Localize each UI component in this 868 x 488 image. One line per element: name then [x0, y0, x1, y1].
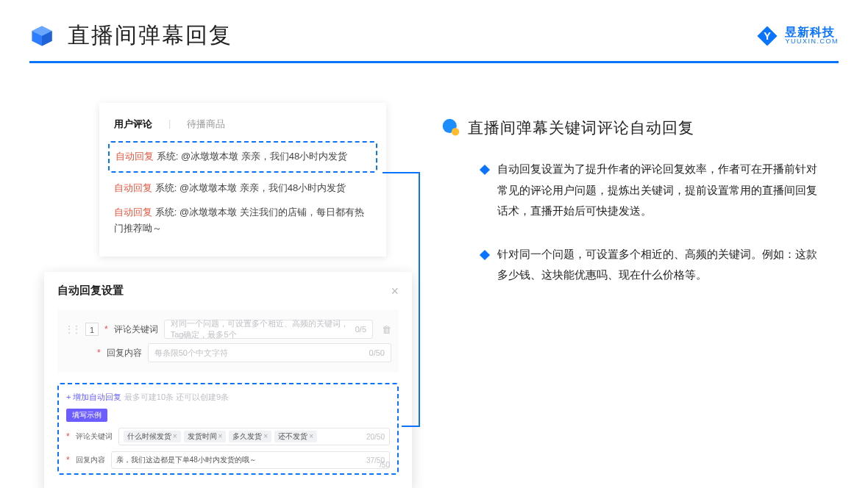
example-content-input[interactable]: 亲，我们这边都是下单48小时内发货的哦～ 37/50 — [111, 451, 390, 469]
svg-point-6 — [452, 128, 459, 135]
example-keyword-row: * 评论关键词 什么时候发货× 发货时间× 多久发货× 还不发货× 20/50 — [66, 428, 390, 445]
tag-chip: 发货时间× — [184, 431, 227, 442]
slide-header: 直播间弹幕回复 Y 昱新科技 YUUXIN.COM — [0, 0, 868, 58]
required-star-icon: * — [97, 348, 101, 358]
content-input[interactable]: 每条限50个中文字符 0/50 — [148, 343, 391, 362]
example-keyword-count: 20/50 — [366, 433, 385, 441]
trash-icon[interactable]: 🗑 — [382, 324, 391, 335]
header-left: 直播间弹幕回复 — [29, 21, 232, 51]
bullet-text: 针对同一个问题，可设置多个相近的、高频的关键词。例如：这款多少钱、这块能优惠吗、… — [497, 244, 828, 286]
keyword-row: ⋮⋮ 1 * 评论关键词 对同一个问题，可设置多个相近、高频的关键词，Tag确定… — [65, 320, 391, 339]
tab-user-comments[interactable]: 用户评论 — [114, 118, 152, 131]
comments-card: 用户评论 | 待播商品 自动回复 系统: @冰墩墩本墩 亲亲，我们48小时内发货… — [99, 103, 386, 256]
sys-label: 系统: — [157, 151, 179, 162]
rule-index: 1 — [85, 323, 99, 336]
right-column: 直播间弹幕关键词评论自动回复 自动回复设置为了提升作者的评论回复效率，作者可在开… — [441, 118, 828, 308]
chat-bubble-icon — [441, 118, 460, 137]
tag-chip: 还不发货× — [274, 431, 317, 442]
auto-reply-label: 自动回复 — [114, 182, 152, 193]
brand-name: 昱新科技 — [785, 26, 839, 39]
example-dashed-area: + 增加自动回复 最多可建10条 还可以创建9条 填写示例 * 评论关键词 什么… — [57, 383, 399, 475]
settings-body: ⋮⋮ 1 * 评论关键词 对同一个问题，可设置多个相近、高频的关键词，Tag确定… — [57, 309, 399, 373]
example-content-row: * 回复内容 亲，我们这边都是下单48小时内发货的哦～ 37/50 — [66, 451, 390, 469]
content-row: * 回复内容 每条限50个中文字符 0/50 — [65, 343, 391, 362]
tag-chip: 什么时候发货× — [124, 431, 181, 442]
keyword-placeholder: 对同一个问题，可设置多个相近、高频的关键词，Tag确定，最多5个 — [171, 318, 355, 340]
content-placeholder: 每条限50个中文字符 — [154, 348, 228, 359]
sys-label: 系统: — [155, 207, 177, 218]
tab-separator: | — [168, 118, 171, 131]
example-content-label: 回复内容 — [76, 455, 105, 465]
section-heading-row: 直播间弹幕关键词评论自动回复 — [441, 118, 828, 138]
bullet-text: 自动回复设置为了提升作者的评论回复效率，作者可在开播前针对常见的评论用户问题，提… — [497, 159, 828, 222]
keyword-label: 评论关键词 — [114, 323, 158, 336]
close-icon[interactable]: × — [391, 284, 399, 298]
sys-label: 系统: — [155, 182, 177, 193]
screenshot-zone: 用户评论 | 待播商品 自动回复 系统: @冰墩墩本墩 亲亲，我们48小时内发货… — [44, 103, 419, 467]
tag-chip: 多久发货× — [229, 431, 271, 442]
settings-title: 自动回复设置 — [57, 284, 124, 298]
content-label: 回复内容 — [107, 347, 142, 359]
settings-header: 自动回复设置 × — [57, 284, 399, 298]
example-keyword-label: 评论关键词 — [76, 431, 113, 442]
auto-reply-settings-card: 自动回复设置 × ⋮⋮ 1 * 评论关键词 对同一个问题，可设置多个相近、高频的… — [44, 272, 412, 488]
header-divider — [29, 61, 839, 63]
required-star-icon: * — [104, 324, 108, 334]
auto-reply-label: 自动回复 — [115, 151, 154, 162]
comment-text: @冰墩墩本墩 亲亲，我们48小时内发货 — [181, 151, 347, 162]
slide-content: 用户评论 | 待播商品 自动回复 系统: @冰墩墩本墩 亲亲，我们48小时内发货… — [0, 88, 868, 488]
brand-domain: YUUXIN.COM — [785, 38, 839, 46]
bullet-item: 针对同一个问题，可设置多个相近的、高频的关键词。例如：这款多少钱、这块能优惠吗、… — [441, 244, 828, 286]
add-hint: 最多可建10条 还可以创建9条 — [124, 392, 229, 401]
brand-block: Y 昱新科技 YUUXIN.COM — [755, 24, 839, 48]
required-star-icon: * — [66, 431, 70, 442]
brand-text: 昱新科技 YUUXIN.COM — [785, 26, 839, 46]
content-count: 0/50 — [369, 348, 385, 357]
diamond-bullet-icon — [480, 165, 490, 175]
comments-tabs: 用户评论 | 待播商品 — [114, 118, 371, 131]
slide-title: 直播间弹幕回复 — [68, 21, 232, 51]
comment-row: 自动回复 系统: @冰墩墩本墩 亲亲，我们48小时内发货 — [114, 180, 371, 197]
cube-icon — [29, 24, 54, 49]
bullet-item: 自动回复设置为了提升作者的评论回复效率，作者可在开播前针对常见的评论用户问题，提… — [441, 159, 828, 222]
auto-reply-label: 自动回复 — [114, 207, 152, 218]
example-keyword-tags[interactable]: 什么时候发货× 发货时间× 多久发货× 还不发货× 20/50 — [118, 428, 390, 445]
faint-count: /50 — [380, 461, 390, 469]
comment-text: @冰墩墩本墩 亲亲，我们48小时内发货 — [179, 182, 346, 193]
add-auto-reply-link[interactable]: + 增加自动回复 — [66, 392, 121, 401]
diamond-bullet-icon — [480, 249, 490, 259]
example-badge: 填写示例 — [66, 409, 107, 422]
svg-text:Y: Y — [764, 29, 772, 41]
example-content-value: 亲，我们这边都是下单48小时内发货的哦～ — [116, 455, 257, 465]
tab-pending-products[interactable]: 待播商品 — [187, 118, 225, 131]
highlighted-comment: 自动回复 系统: @冰墩墩本墩 亲亲，我们48小时内发货 — [108, 141, 377, 173]
section-heading: 直播间弹幕关键词评论自动回复 — [468, 118, 694, 138]
drag-handle-icon[interactable]: ⋮⋮ — [65, 324, 79, 334]
keyword-input[interactable]: 对同一个问题，可设置多个相近、高频的关键词，Tag确定，最多5个 0/5 — [164, 320, 373, 339]
comment-row: 自动回复 系统: @冰墩墩本墩 关注我们的店铺，每日都有热门推荐呦～ — [114, 204, 371, 238]
required-star-icon: * — [66, 455, 70, 465]
brand-logo-icon: Y — [755, 24, 779, 48]
keyword-count: 0/5 — [355, 325, 366, 334]
